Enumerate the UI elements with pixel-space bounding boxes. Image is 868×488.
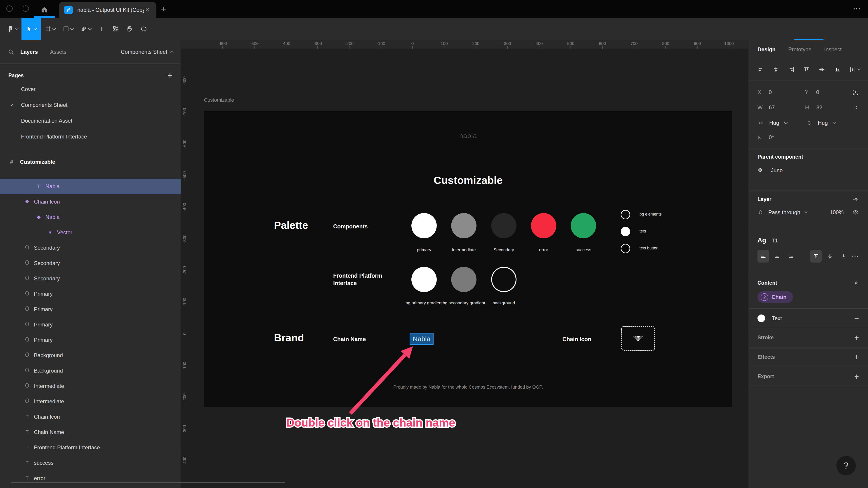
new-tab-button[interactable]: + [161,4,166,14]
layer-row-vector[interactable]: ▾Vector [0,225,181,240]
height-field[interactable]: H32 [805,104,853,111]
x-position-field[interactable]: X0 [757,89,805,95]
help-button[interactable]: ? [836,456,856,475]
text-align-bottom-button[interactable] [838,250,849,263]
tab-prototype[interactable]: Prototype [788,46,811,53]
opacity-value[interactable]: 100% [830,209,844,216]
palette-swatch-error[interactable] [531,213,556,238]
vertical-resizing-dropdown[interactable]: Hug [806,120,855,126]
layer-row-nabla[interactable]: TNabla [0,179,181,194]
layer-row-chain-icon[interactable]: TChain Icon [0,409,181,424]
visibility-eye-icon[interactable] [852,209,859,216]
layer-row-primary[interactable]: Primary [0,332,181,348]
align-top-icon[interactable] [803,66,810,73]
close-tab-icon[interactable]: ✕ [144,6,151,14]
align-horizontal-center-icon[interactable] [772,66,779,73]
layer-row-primary[interactable]: Primary [0,317,181,332]
move-tool-button[interactable] [22,18,41,40]
add-effect-button[interactable]: + [854,353,859,361]
palette-swatch-secondary[interactable] [491,213,517,238]
tab-layers[interactable]: Layers [20,49,38,55]
text-align-left-button[interactable] [757,250,769,263]
frame-name-label[interactable]: Customizable [204,97,234,103]
layer-row-background[interactable]: Background [0,363,181,379]
text-align-middle-button[interactable] [824,250,835,263]
frame-tool-button[interactable] [41,18,59,40]
tab-design[interactable]: Design [757,46,776,53]
distribute-menu[interactable] [849,66,860,73]
align-left-icon[interactable] [757,66,764,73]
layer-row-intermediate[interactable]: Intermediate [0,379,181,394]
fpi-swatch-background[interactable] [491,267,517,292]
window-circle-2[interactable] [23,5,29,12]
y-position-field[interactable]: Y0 [805,89,852,95]
page-item-cover[interactable]: Cover [0,81,181,97]
frame-align-icon[interactable] [852,89,859,96]
layer-row-primary[interactable]: Primary [0,286,181,302]
horizontal-resizing-dropdown[interactable]: Hug [757,120,806,126]
horizontal-scrollbar[interactable] [11,482,285,483]
comment-tool-button[interactable] [137,18,151,40]
layer-row-secondary[interactable]: Secondary [0,256,181,271]
layer-row-nabla[interactable]: ◆Nabla [0,209,181,225]
pen-tool-button[interactable] [77,18,95,40]
page-item-frontend-platform-interface[interactable]: Frontend Platform Interface [0,129,181,144]
mini-swatch-text[interactable] [621,227,630,236]
search-icon[interactable] [8,48,14,55]
page-selector-dropdown[interactable]: Components Sheet [121,49,173,55]
palette-swatch-intermediate[interactable] [451,213,476,238]
text-align-top-button[interactable] [810,250,822,263]
fill-color-swatch[interactable] [757,315,765,322]
add-export-button[interactable]: + [854,372,859,381]
layer-row-intermediate[interactable]: Intermediate [0,394,181,409]
align-vertical-center-icon[interactable] [818,66,825,73]
chain-name-input[interactable]: Nabla [410,333,434,345]
chain-icon-dropzone[interactable] [621,326,655,351]
layer-row-background[interactable]: Background [0,348,181,363]
layer-row-success[interactable]: Tsuccess [0,455,181,470]
sidebar-item-customizable-frame[interactable]: # Customizable [0,154,181,170]
layer-row-chain-name[interactable]: TChain Name [0,424,181,440]
home-tab[interactable] [36,3,53,16]
text-tool-button[interactable] [95,18,109,40]
add-page-button[interactable]: + [167,71,173,80]
mini-swatch-text-button[interactable] [621,244,630,253]
tab-inspect[interactable]: Inspect [824,46,842,53]
fpi-swatch-bg-primary-gradient[interactable] [411,267,437,292]
remove-fill-button[interactable]: − [854,314,859,322]
text-style-name[interactable]: T1 [772,237,778,244]
layer-row-secondary[interactable]: Secondary [0,271,181,286]
layer-row-primary[interactable]: Primary [0,302,181,317]
styles-icon[interactable] [852,280,859,286]
layer-row-chain-icon[interactable]: ❖Chain Icon [0,194,181,209]
layer-row-frontend-platform-interface[interactable]: TFrontend Platform Interface [0,440,181,455]
page-item-components-sheet[interactable]: ✓Components Sheet [0,97,181,113]
type-settings-icon[interactable]: ⋯ [852,252,859,260]
fpi-swatch-bg-secondary-gradient[interactable] [451,267,476,292]
styles-icon[interactable] [852,196,859,203]
mini-swatch-bg-elements[interactable] [621,210,630,219]
blend-mode-dropdown[interactable]: Pass through [768,209,800,216]
tab-overflow-icon[interactable]: ⋯ [853,4,861,13]
hand-tool-button[interactable] [123,18,137,40]
parent-component-row[interactable]: ❖ Juno [757,167,859,174]
add-stroke-button[interactable]: + [854,334,859,342]
rotation-field[interactable]: 0° [757,134,806,140]
palette-swatch-success[interactable] [571,213,596,238]
layer-row-error[interactable]: Terror [0,470,181,486]
customizable-frame[interactable]: nabla Customizable Palette Components pr… [204,111,733,407]
tab-assets[interactable]: Assets [50,49,66,55]
layer-row-secondary[interactable]: Secondary [0,240,181,256]
constrain-proportions-icon[interactable] [852,104,859,111]
align-right-icon[interactable] [788,66,795,73]
shape-tool-button[interactable] [59,18,77,40]
components-tool-button[interactable] [109,18,123,40]
main-menu-button[interactable] [3,18,22,40]
align-bottom-icon[interactable] [834,66,841,73]
canvas[interactable]: -600-500-400-300-200-1000100200300400500… [181,40,748,488]
window-circle-1[interactable] [6,5,13,12]
page-item-documentation-asset[interactable]: Documentation Asset [0,113,181,129]
text-align-right-button[interactable] [785,250,797,263]
chain-content-chip[interactable]: ? Chain [757,291,793,303]
document-tab[interactable]: nabla - Outpost UI Kit (Copy) ✕ [59,2,156,18]
